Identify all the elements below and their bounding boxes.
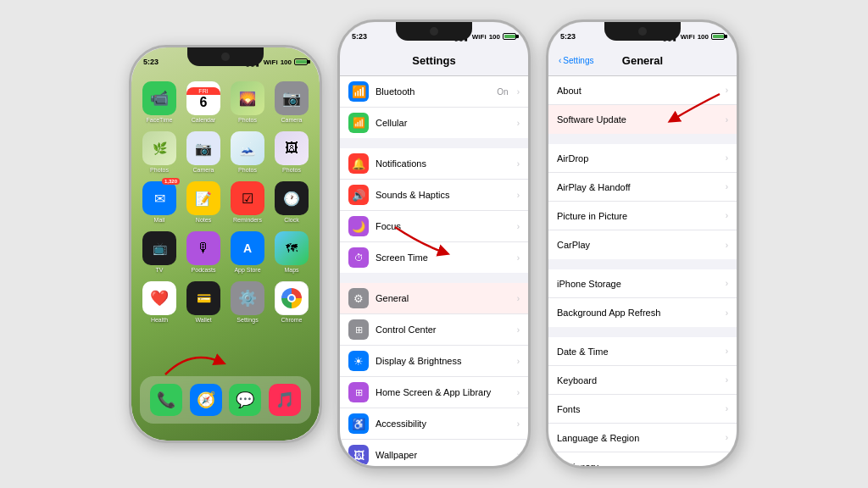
- bluetooth-chevron: ›: [517, 87, 520, 97]
- app-photos-3[interactable]: 📷 Camera: [186, 131, 221, 173]
- photos1-label: Photos: [238, 117, 257, 123]
- app-facetime[interactable]: 📹 FaceTime: [142, 81, 177, 123]
- app-calendar[interactable]: FRI 6 Calendar: [186, 81, 221, 123]
- facetime-icon: 📹: [142, 81, 176, 115]
- pip-label: Picture in Picture: [557, 211, 719, 221]
- settings-row-notifications[interactable]: 🔔 Notifications ›: [340, 148, 528, 180]
- settings-row-screentime[interactable]: ⏱ Screen Time ›: [340, 242, 528, 273]
- general-nav-title: General: [622, 54, 663, 67]
- accessibility-icon: ♿: [348, 413, 369, 434]
- general-row-airdrop[interactable]: AirDrop ›: [548, 144, 737, 173]
- maps-icon: 🗺: [275, 231, 309, 265]
- app-clock[interactable]: 🕐 Clock: [274, 181, 309, 223]
- homescreen-chevron: ›: [517, 388, 520, 397]
- back-label: Settings: [563, 56, 593, 65]
- settings-row-cellular[interactable]: 📶 Cellular ›: [340, 108, 528, 138]
- datetime-chevron: ›: [726, 347, 728, 356]
- dock-safari-icon: 🧭: [190, 384, 222, 416]
- settings-row-display[interactable]: ☀ Display & Brightness ›: [340, 346, 528, 377]
- bgrefresh-label: Background App Refresh: [557, 308, 719, 318]
- app-appstore[interactable]: A App Store: [230, 231, 265, 273]
- notes-label: Notes: [196, 217, 211, 223]
- app-photos-5[interactable]: 🖼 Photos: [274, 131, 309, 173]
- settings-row-bluetooth[interactable]: 📶 Bluetooth On ›: [340, 76, 528, 108]
- display-chevron: ›: [517, 357, 520, 366]
- photos5-label: Photos: [282, 167, 301, 173]
- keyboard-label: Keyboard: [557, 375, 719, 385]
- general-icon: ⚙: [348, 288, 369, 308]
- battery-2: 100: [489, 33, 500, 41]
- controlcenter-label: Control Center: [376, 324, 510, 335]
- app-notes[interactable]: 📝 Notes: [186, 181, 221, 223]
- general-group-3: iPhone Storage › Background App Refresh …: [548, 269, 737, 327]
- chrome-label: Chrome: [281, 317, 303, 323]
- app-mail[interactable]: ✉ 1,320 Mail: [142, 181, 177, 223]
- settings-row-homescreen[interactable]: ⊞ Home Screen & App Library ›: [340, 377, 528, 408]
- general-row-dictionary[interactable]: Dictionary ›: [548, 452, 737, 466]
- app-settings[interactable]: ⚙️ Settings: [230, 281, 265, 323]
- notifications-chevron: ›: [517, 159, 520, 169]
- wifi-icon: WiFi: [264, 58, 278, 66]
- settings-row-controlcenter[interactable]: ⊞ Control Center ›: [340, 314, 528, 346]
- appstore-icon: A: [231, 231, 264, 265]
- general-row-airplay[interactable]: AirPlay & Handoff ›: [548, 173, 737, 202]
- settings-row-sounds[interactable]: 🔊 Sounds & Haptics ›: [340, 180, 528, 211]
- dock-music-icon: 🎵: [269, 384, 301, 416]
- app-wallet[interactable]: 💳 Wallet: [186, 281, 221, 323]
- dictionary-chevron: ›: [726, 463, 728, 467]
- app-health[interactable]: ❤️ Health: [142, 281, 177, 323]
- settings-row-wallpaper[interactable]: 🖼 Wallpaper ›: [340, 440, 528, 466]
- settings-row-accessibility[interactable]: ♿ Accessibility ›: [340, 408, 528, 440]
- settings-group-2: 🔔 Notifications › 🔊 Sounds & Haptics › 🌙…: [340, 148, 528, 273]
- app-photos-2[interactable]: 🌿 Photos: [142, 131, 177, 173]
- app-podcasts[interactable]: 🎙 Podcasts: [186, 231, 221, 273]
- general-group-1: About › Software Update ›: [548, 76, 737, 134]
- softwareupdate-chevron: ›: [726, 115, 728, 125]
- reminders-label: Reminders: [233, 217, 262, 223]
- app-reminders[interactable]: ☑ Reminders: [230, 181, 265, 223]
- general-label: General: [376, 293, 510, 303]
- general-row-fonts[interactable]: Fonts ›: [548, 395, 737, 424]
- general-row-keyboard[interactable]: Keyboard ›: [548, 366, 737, 395]
- appstore-label: App Store: [234, 267, 260, 273]
- settings-row-general[interactable]: ⚙ General ›: [340, 283, 528, 314]
- app-camera[interactable]: 📷 Camera: [274, 81, 309, 123]
- bluetooth-value: On: [497, 87, 508, 97]
- camera-icon: 📷: [275, 81, 309, 115]
- app-tv[interactable]: 📺 TV: [142, 231, 177, 273]
- general-row-storage[interactable]: iPhone Storage ›: [548, 269, 737, 298]
- app-maps[interactable]: 🗺 Maps: [274, 231, 309, 273]
- dock-phone-icon: 📞: [150, 384, 182, 416]
- phone-1-screen: 5:23 ▌▌▌ WiFi 100 📹 FaceTime FRI: [131, 47, 320, 441]
- time-2: 5:23: [352, 32, 367, 41]
- general-row-bgrefresh[interactable]: Background App Refresh ›: [548, 298, 737, 327]
- general-row-pip[interactable]: Picture in Picture ›: [548, 202, 737, 230]
- dock-messages-icon: 💬: [229, 384, 261, 416]
- back-button[interactable]: ‹ Settings: [559, 56, 593, 65]
- general-row-about[interactable]: About ›: [548, 76, 737, 105]
- datetime-label: Date & Time: [557, 347, 719, 357]
- app-chrome[interactable]: Chrome: [274, 281, 309, 323]
- general-row-language[interactable]: Language & Region ›: [548, 424, 737, 452]
- pip-chevron: ›: [726, 211, 728, 220]
- language-chevron: ›: [726, 433, 728, 442]
- general-row-carplay[interactable]: CarPlay ›: [548, 230, 737, 259]
- dock-messages[interactable]: 💬: [229, 384, 261, 416]
- settings-row-focus[interactable]: 🌙 Focus ›: [340, 211, 528, 242]
- health-icon: ❤️: [142, 281, 176, 315]
- dock-phone[interactable]: 📞: [150, 384, 182, 416]
- general-row-softwareupdate[interactable]: Software Update ›: [548, 105, 737, 134]
- wallet-label: Wallet: [195, 317, 211, 323]
- dock-music[interactable]: 🎵: [269, 384, 301, 416]
- accessibility-label: Accessibility: [376, 419, 510, 429]
- battery-text: 100: [281, 58, 292, 66]
- dock-safari[interactable]: 🧭: [190, 384, 222, 416]
- app-photos-1[interactable]: 🌄 Photos: [230, 81, 265, 123]
- tv-label: TV: [156, 267, 164, 273]
- settings-group-3: ⚙ General › ⊞ Control Center › ☀ Display…: [340, 283, 528, 466]
- wifi-icon-2: WiFi: [472, 33, 487, 41]
- about-chevron: ›: [726, 86, 728, 95]
- app-photos-4[interactable]: 🗻 Photos: [230, 131, 265, 173]
- homescreen-label: Home Screen & App Library: [376, 387, 510, 397]
- general-row-datetime[interactable]: Date & Time ›: [548, 337, 737, 366]
